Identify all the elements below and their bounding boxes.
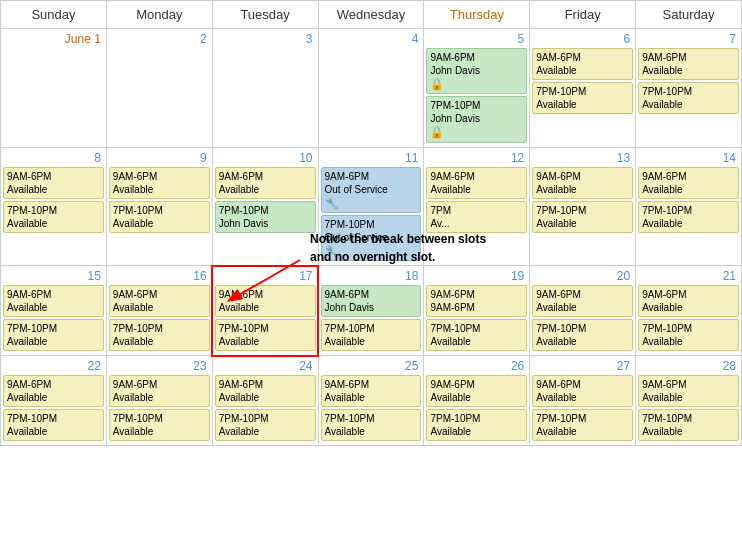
time-slot[interactable]: 9AM-6PMAvailable: [215, 167, 316, 199]
calendar-day-cell[interactable]: 239AM-6PMAvailable7PM-10PMAvailable: [106, 356, 212, 446]
slot-time: 9AM-6PM: [7, 378, 100, 391]
slot-time: 7PM-10PM: [325, 412, 418, 425]
time-slot[interactable]: 7PM-10PMAvailable: [321, 319, 422, 351]
time-slot[interactable]: 9AM-6PMAvailable: [109, 167, 210, 199]
time-slot[interactable]: 7PM-10PMAvailable: [638, 201, 739, 233]
time-slot[interactable]: 9AM-6PMAvailable: [638, 375, 739, 407]
time-slot[interactable]: 9AM-6PMJohn Davis: [321, 285, 422, 317]
calendar-week-row: 229AM-6PMAvailable7PM-10PMAvailable239AM…: [1, 356, 742, 446]
time-slot[interactable]: 7PM-10PMAvailable: [109, 201, 210, 233]
calendar-day-cell[interactable]: 219AM-6PMAvailable7PM-10PMAvailable: [636, 266, 742, 356]
day-number: 28: [638, 358, 739, 375]
time-slot[interactable]: 7PM-10PMAvailable: [638, 409, 739, 441]
time-slot[interactable]: 9AM-6PMAvailable: [532, 375, 633, 407]
time-slot[interactable]: 9AM-6PMAvailable: [426, 167, 527, 199]
time-slot[interactable]: 7PM-10PMAvailable: [3, 409, 104, 441]
calendar-day-cell[interactable]: 139AM-6PMAvailable7PM-10PMAvailable: [530, 147, 636, 266]
slot-label: Available: [7, 335, 100, 348]
calendar-day-cell[interactable]: 129AM-6PMAvailable7PMAv...: [424, 147, 530, 266]
time-slot[interactable]: 7PM-10PMAvailable: [532, 319, 633, 351]
time-slot[interactable]: 7PM-10PMAvailable: [426, 409, 527, 441]
time-slot[interactable]: 9AM-6PMAvailable: [3, 285, 104, 317]
time-slot[interactable]: 9AM-6PMJohn Davis🔒: [426, 48, 527, 94]
time-slot[interactable]: 7PM-10PMAvailable: [532, 201, 633, 233]
time-slot[interactable]: 9AM-6PMAvailable: [109, 375, 210, 407]
time-slot[interactable]: 9AM-6PMAvailable: [215, 285, 316, 317]
calendar-day-cell[interactable]: 79AM-6PMAvailable7PM-10PMAvailable: [636, 29, 742, 148]
slot-label: Available: [536, 425, 629, 438]
time-slot[interactable]: 9AM-6PMOut of Service🔧: [321, 167, 422, 213]
slot-label: Available: [219, 425, 312, 438]
calendar-day-cell[interactable]: 89AM-6PMAvailable7PM-10PMAvailable: [1, 147, 107, 266]
calendar-day-cell[interactable]: 189AM-6PMJohn Davis7PM-10PMAvailable: [318, 266, 424, 356]
slot-time: 7PM-10PM: [642, 412, 735, 425]
time-slot[interactable]: 7PM-10PMAvailable: [215, 319, 316, 351]
calendar-day-cell[interactable]: 259AM-6PMAvailable7PM-10PMAvailable: [318, 356, 424, 446]
time-slot[interactable]: 9AM-6PMAvailable: [532, 285, 633, 317]
slot-label: Available: [430, 391, 523, 404]
time-slot[interactable]: 9AM-6PMAvailable: [638, 167, 739, 199]
calendar-day-cell[interactable]: 119AM-6PMOut of Service🔧7PM-10PMOut of S…: [318, 147, 424, 266]
calendar-week-row: June 123459AM-6PMJohn Davis🔒7PM-10PMJohn…: [1, 29, 742, 148]
time-slot[interactable]: 9AM-6PMAvailable: [426, 375, 527, 407]
slot-time: 7PM-10PM: [219, 412, 312, 425]
time-slot[interactable]: 7PMAv...: [426, 201, 527, 233]
calendar-day-cell[interactable]: 209AM-6PMAvailable7PM-10PMAvailable: [530, 266, 636, 356]
time-slot[interactable]: 9AM-6PMAvailable: [109, 285, 210, 317]
slot-time: 7PM-10PM: [7, 322, 100, 335]
time-slot[interactable]: 9AM-6PMAvailable: [321, 375, 422, 407]
calendar-day-cell[interactable]: 149AM-6PMAvailable7PM-10PMAvailable: [636, 147, 742, 266]
time-slot[interactable]: 7PM-10PMAvailable: [3, 319, 104, 351]
calendar-day-cell[interactable]: 289AM-6PMAvailable7PM-10PMAvailable: [636, 356, 742, 446]
time-slot[interactable]: 7PM-10PMAvailable: [215, 409, 316, 441]
time-slot[interactable]: 7PM-10PMAvailable: [426, 319, 527, 351]
time-slot[interactable]: 7PM-10PMAvailable: [638, 82, 739, 114]
calendar-day-cell[interactable]: 69AM-6PMAvailable7PM-10PMAvailable: [530, 29, 636, 148]
time-slot[interactable]: 9AM-6PMAvailable: [532, 167, 633, 199]
slot-time: 9AM-6PM: [642, 378, 735, 391]
time-slot[interactable]: 7PM-10PMAvailable: [109, 409, 210, 441]
calendar-day-cell[interactable]: 249AM-6PMAvailable7PM-10PMAvailable: [212, 356, 318, 446]
calendar-day-cell[interactable]: 179AM-6PMAvailable7PM-10PMAvailable: [212, 266, 318, 356]
time-slot[interactable]: 7PM-10PMJohn Davis: [215, 201, 316, 233]
calendar-day-cell[interactable]: 169AM-6PMAvailable7PM-10PMAvailable: [106, 266, 212, 356]
calendar-day-cell[interactable]: 199AM-6PM9AM-6PM7PM-10PMAvailable: [424, 266, 530, 356]
day-number: 16: [109, 268, 210, 285]
calendar-day-cell[interactable]: 4: [318, 29, 424, 148]
calendar-day-cell[interactable]: 3: [212, 29, 318, 148]
time-slot[interactable]: 9AM-6PMAvailable: [638, 48, 739, 80]
slot-time: 7PM-10PM: [219, 322, 312, 335]
slot-time: 7PM-10PM: [325, 218, 418, 231]
calendar-day-cell[interactable]: June 1: [1, 29, 107, 148]
time-slot[interactable]: 9AM-6PMAvailable: [532, 48, 633, 80]
calendar-day-cell[interactable]: 159AM-6PMAvailable7PM-10PMAvailable: [1, 266, 107, 356]
time-slot[interactable]: 9AM-6PMAvailable: [638, 285, 739, 317]
calendar-day-cell[interactable]: 2: [106, 29, 212, 148]
time-slot[interactable]: 9AM-6PMAvailable: [3, 375, 104, 407]
time-slot[interactable]: 7PM-10PMAvailable: [109, 319, 210, 351]
calendar-day-cell[interactable]: 109AM-6PMAvailable7PM-10PMJohn Davis: [212, 147, 318, 266]
calendar-day-cell[interactable]: 279AM-6PMAvailable7PM-10PMAvailable: [530, 356, 636, 446]
time-slot[interactable]: 7PM-10PMAvailable: [321, 409, 422, 441]
time-slot[interactable]: 7PM-10PMOut of Service🔧: [321, 215, 422, 261]
time-slot[interactable]: 9AM-6PMAvailable: [3, 167, 104, 199]
time-slot[interactable]: 7PM-10PMAvailable: [638, 319, 739, 351]
calendar-day-cell[interactable]: 229AM-6PMAvailable7PM-10PMAvailable: [1, 356, 107, 446]
time-slot[interactable]: 7PM-10PMAvailable: [532, 409, 633, 441]
time-slot[interactable]: 7PM-10PMJohn Davis🔒: [426, 96, 527, 142]
slot-label: Av...: [430, 217, 523, 230]
slot-label: Available: [113, 183, 206, 196]
time-slot[interactable]: 7PM-10PMAvailable: [532, 82, 633, 114]
time-slot[interactable]: 7PM-10PMAvailable: [3, 201, 104, 233]
slot-label: Available: [536, 183, 629, 196]
calendar-day-cell[interactable]: 99AM-6PMAvailable7PM-10PMAvailable: [106, 147, 212, 266]
calendar-header-thursday: Thursday: [424, 1, 530, 29]
time-slot[interactable]: 9AM-6PM9AM-6PM: [426, 285, 527, 317]
calendar-header-tuesday: Tuesday: [212, 1, 318, 29]
slot-time: 9AM-6PM: [219, 170, 312, 183]
slot-time: 9AM-6PM: [642, 51, 735, 64]
time-slot[interactable]: 9AM-6PMAvailable: [215, 375, 316, 407]
calendar-day-cell[interactable]: 269AM-6PMAvailable7PM-10PMAvailable: [424, 356, 530, 446]
day-number: 19: [426, 268, 527, 285]
calendar-day-cell[interactable]: 59AM-6PMJohn Davis🔒7PM-10PMJohn Davis🔒: [424, 29, 530, 148]
